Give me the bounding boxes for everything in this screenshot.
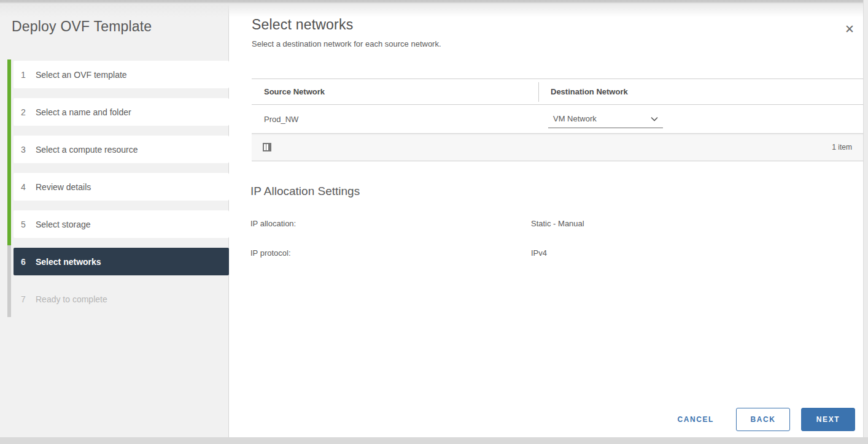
step-content-panel: Select networks Select a destination net… xyxy=(230,0,868,444)
progress-bar-completed xyxy=(7,59,11,245)
column-header-label: Destination Network xyxy=(551,87,628,96)
ip-allocation-label: IP allocation: xyxy=(250,219,531,228)
table-row: Prod_NW VM Network xyxy=(252,105,863,134)
ip-protocol-label: IP protocol: xyxy=(250,248,531,258)
cancel-button[interactable]: CANCEL xyxy=(673,408,718,431)
destination-network-select[interactable]: VM Network xyxy=(548,110,663,128)
ip-allocation-settings-heading: IP Allocation Settings xyxy=(250,185,360,198)
step-number: 4 xyxy=(21,182,36,192)
wizard-step-6-active[interactable]: 6 Select networks xyxy=(14,248,229,275)
wizard-step-5[interactable]: 5 Select storage xyxy=(14,210,229,238)
dialog-button-bar: CANCEL BACK NEXT xyxy=(673,408,855,431)
window-bottom-edge xyxy=(0,437,868,444)
step-number: 6 xyxy=(21,257,36,267)
ip-allocation-value: Static - Manual xyxy=(531,219,584,228)
destination-network-cell: VM Network xyxy=(538,110,863,128)
right-edge-strip xyxy=(863,0,868,444)
step-label: Select a compute resource xyxy=(36,145,138,155)
column-header-destination-network: Destination Network xyxy=(538,87,863,96)
wizard-step-1[interactable]: 1 Select an OVF template xyxy=(14,61,229,88)
network-mapping-table: Source Network Destination Network Prod_… xyxy=(252,78,863,161)
wizard-step-2[interactable]: 2 Select a name and folder xyxy=(14,98,229,126)
close-icon[interactable]: ✕ xyxy=(842,21,858,37)
items-count: 1 item xyxy=(832,143,852,151)
column-divider xyxy=(538,82,539,102)
deploy-ovf-dialog: Deploy OVF Template 1 Select an OVF temp… xyxy=(0,0,868,444)
step-label: Select storage xyxy=(36,220,91,229)
progress-bar-remaining xyxy=(7,245,11,317)
wizard-step-7-disabled: 7 Ready to complete xyxy=(14,285,229,313)
column-toggle-icon[interactable] xyxy=(263,143,271,151)
step-number: 2 xyxy=(21,107,36,117)
step-number: 3 xyxy=(21,145,36,155)
step-number: 1 xyxy=(21,70,36,80)
step-label: Ready to complete xyxy=(36,294,107,304)
ip-protocol-row: IP protocol: IPv4 xyxy=(250,248,547,258)
next-button[interactable]: NEXT xyxy=(801,408,855,431)
step-label: Select a name and folder xyxy=(36,107,131,117)
wizard-step-4[interactable]: 4 Review details xyxy=(14,173,229,201)
table-footer: 1 item xyxy=(252,134,863,161)
wizard-step-3[interactable]: 3 Select a compute resource xyxy=(14,136,229,163)
step-label: Select an OVF template xyxy=(36,70,127,80)
column-header-source-network: Source Network xyxy=(252,87,538,96)
page-title: Select networks xyxy=(252,17,353,33)
chevron-down-icon xyxy=(651,117,658,121)
table-header-row: Source Network Destination Network xyxy=(252,78,863,105)
ip-protocol-value: IPv4 xyxy=(531,248,547,258)
wizard-steps: 1 Select an OVF template 2 Select a name… xyxy=(14,61,229,313)
step-label: Review details xyxy=(36,182,91,192)
step-number: 5 xyxy=(21,220,36,229)
step-number: 7 xyxy=(21,294,36,304)
selected-network-value: VM Network xyxy=(553,114,597,123)
wizard-sidebar: Deploy OVF Template 1 Select an OVF temp… xyxy=(0,0,229,444)
ip-allocation-row: IP allocation: Static - Manual xyxy=(250,219,584,228)
wizard-title: Deploy OVF Template xyxy=(12,18,152,35)
source-network-cell: Prod_NW xyxy=(252,115,538,124)
step-label: Select networks xyxy=(36,257,101,267)
back-button[interactable]: BACK xyxy=(736,408,790,431)
page-subtitle: Select a destination network for each so… xyxy=(252,39,441,48)
